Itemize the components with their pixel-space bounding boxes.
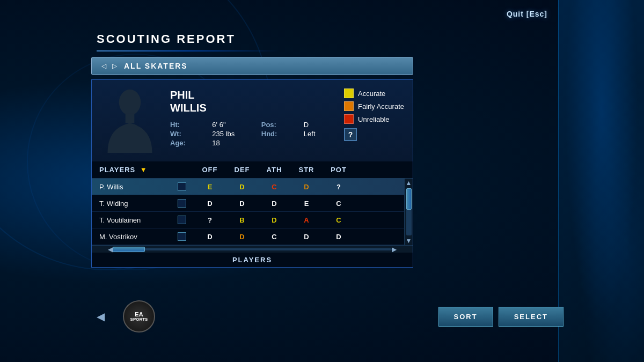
grade-off: D (194, 233, 226, 241)
col-header-ath: ATH (258, 166, 290, 174)
question-badge: ? (344, 128, 357, 141)
legend-accurate-label: Accurate (358, 90, 385, 98)
page-title: SCOUTING REPORT (91, 32, 564, 46)
category-arrows: ◁ ▷ (99, 62, 119, 70)
grade-str: D (290, 183, 323, 191)
legend-box: Accurate Fairly Accurate Unreliable ? (344, 88, 404, 153)
grade-pot: ? (323, 183, 355, 191)
player-row-name: P. Willis (99, 183, 123, 191)
grade-pot: D (323, 233, 355, 241)
scroll-down-button[interactable]: ▼ (406, 238, 412, 244)
row-checkbox[interactable] (178, 232, 186, 241)
table-rows: P. Willis E D C D ? T. Wi (92, 179, 404, 245)
scroll-left-button[interactable]: ◀ (108, 246, 113, 253)
select-button[interactable]: SELECT (499, 307, 564, 327)
height-value: 6' 6" (212, 121, 252, 129)
legend-fairly-accurate: Fairly Accurate (344, 101, 404, 111)
category-next-button[interactable]: ▷ (110, 62, 119, 70)
bottom-bar: ◀ EA SPORTS SORT SELECT (91, 300, 564, 333)
player-row-name: T. Widing (99, 200, 128, 208)
col-header-pot: POT (323, 166, 355, 174)
title-underline (97, 50, 279, 51)
legend-red-color (344, 114, 354, 124)
main-content: SCOUTING REPORT ◁ ▷ ALL SKATERS (91, 32, 564, 343)
row-checkbox[interactable] (178, 216, 186, 224)
row-checkbox[interactable] (178, 199, 186, 208)
grade-ath: C (258, 233, 290, 241)
table-header: PLAYERS ▼ OFF DEF ATH STR POT (92, 161, 413, 179)
legend-yellow-color (344, 88, 354, 98)
svg-rect-1 (126, 113, 135, 123)
player-info-section: PHIL WILLIS Ht: 6' 6" Pos: D Wt: 235 lbs… (92, 80, 413, 161)
grade-str: D (290, 233, 323, 241)
age-label: Age: (170, 139, 203, 147)
col-header-players: PLAYERS ▼ (92, 166, 178, 174)
players-footer-label: PLAYERS (92, 253, 413, 267)
legend-accurate: Accurate (344, 88, 404, 98)
category-prev-button[interactable]: ◁ (99, 62, 108, 70)
scroll-right-button[interactable]: ▶ (392, 246, 397, 253)
category-label: ALL SKATERS (124, 62, 188, 70)
legend-fairly-accurate-label: Fairly Accurate (358, 102, 404, 110)
grade-ath: D (258, 216, 290, 224)
age-value: 18 (212, 139, 252, 147)
player-row-name: M. Vostrikov (99, 233, 137, 241)
grade-ath: C (258, 183, 290, 191)
weight-value: 235 lbs (212, 130, 252, 138)
table-row[interactable]: T. Widing D D D E C (92, 195, 404, 212)
sort-arrow-icon: ▼ (140, 166, 148, 174)
player-stats: Ht: 6' 6" Pos: D Wt: 235 lbs Hnd: Left A… (170, 121, 333, 147)
sort-button[interactable]: SORT (438, 307, 493, 327)
grade-pot: C (323, 200, 355, 208)
pos-value: D (304, 121, 333, 129)
svg-point-0 (119, 90, 141, 115)
scroll-track (406, 188, 412, 235)
category-bar: ◁ ▷ ALL SKATERS (91, 57, 413, 75)
col-header-off: OFF (194, 166, 226, 174)
player-silhouette (100, 88, 159, 153)
hnd-label: Hnd: (261, 130, 295, 138)
grade-def: D (226, 233, 258, 241)
scroll-up-button[interactable]: ▲ (406, 180, 412, 186)
horizontal-scrollbar[interactable]: ◀ ▶ (92, 245, 413, 253)
hnd-value: Left (304, 130, 333, 138)
grade-def: B (226, 216, 258, 224)
grade-def: D (226, 200, 258, 208)
back-button[interactable]: ◀ (97, 310, 105, 323)
table-row[interactable]: P. Willis E D C D ? (92, 179, 404, 195)
grade-pot: C (323, 216, 355, 224)
table-row[interactable]: M. Vostrikov D D C D D (92, 228, 404, 245)
row-checkbox[interactable] (178, 182, 186, 191)
table-section: PLAYERS ▼ OFF DEF ATH STR POT P. Willis (92, 161, 413, 267)
panel-box: PHIL WILLIS Ht: 6' 6" Pos: D Wt: 235 lbs… (91, 79, 413, 268)
player-row-name: T. Voutilainen (99, 216, 141, 224)
table-container: P. Willis E D C D ? T. Wi (92, 179, 413, 245)
scroll-thumb[interactable] (406, 188, 412, 210)
h-scroll-thumb[interactable] (113, 247, 145, 252)
height-label: Ht: (170, 121, 203, 129)
legend-orange-color (344, 101, 354, 111)
weight-label: Wt: (170, 130, 203, 138)
grade-off: ? (194, 216, 226, 224)
player-name: PHIL WILLIS (170, 88, 333, 114)
grade-ath: D (258, 200, 290, 208)
right-panel (558, 0, 644, 362)
table-row[interactable]: T. Voutilainen ? B D A C (92, 212, 404, 228)
grade-off: E (194, 183, 226, 191)
h-scroll-track (113, 248, 392, 250)
grade-str: A (290, 216, 323, 224)
player-details: PHIL WILLIS Ht: 6' 6" Pos: D Wt: 235 lbs… (170, 88, 333, 153)
col-header-def: DEF (226, 166, 258, 174)
right-panel-inner (559, 0, 644, 362)
grade-str: E (290, 200, 323, 208)
col-players-label: PLAYERS (99, 166, 135, 174)
col-header-str: STR (290, 166, 323, 174)
legend-unreliable-label: Unreliable (358, 115, 390, 123)
vertical-scrollbar[interactable]: ▲ ▼ (404, 179, 413, 245)
bottom-buttons: SORT SELECT (438, 307, 564, 327)
grade-def: D (226, 183, 258, 191)
quit-button[interactable]: Quit [Esc] (507, 10, 547, 18)
pos-label: Pos: (261, 121, 295, 129)
grade-off: D (194, 200, 226, 208)
ea-sports-logo: EA SPORTS (123, 300, 155, 333)
